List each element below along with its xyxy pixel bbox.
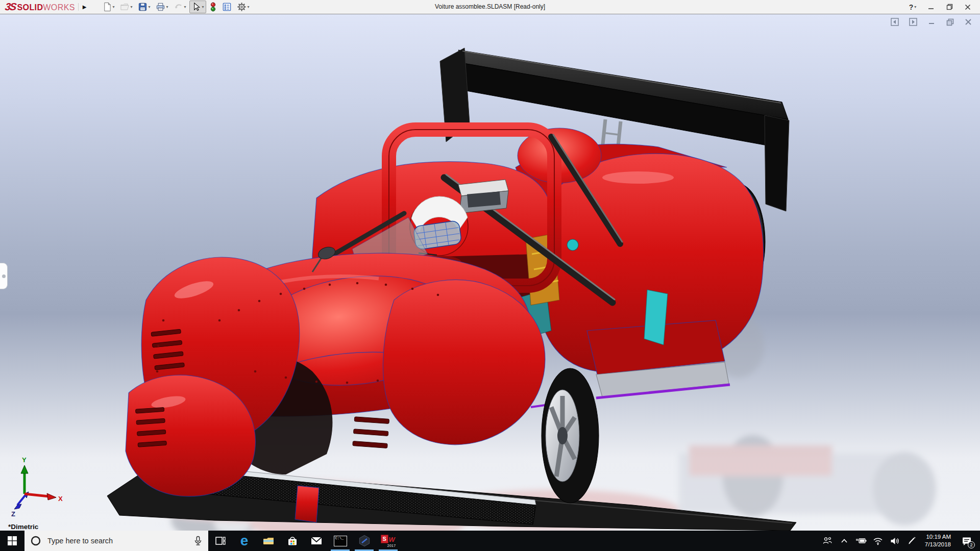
dassault-3s-logo-icon: 3S [4, 1, 16, 13]
menu-flyout-arrow[interactable]: ▶ [78, 3, 91, 11]
solidworks-logo: 3S SOLIDWORKS [0, 1, 78, 13]
search-input[interactable] [46, 536, 188, 545]
print-icon [156, 2, 165, 12]
action-center-button[interactable]: 2 [958, 531, 976, 551]
people-button[interactable] [821, 531, 834, 551]
taskbar-search[interactable] [24, 531, 208, 551]
system-tray: 10:19 AM 7/13/2018 2 [821, 531, 980, 551]
windows-logo-icon [8, 536, 17, 545]
dropdown-caret-icon[interactable]: ▾ [248, 5, 250, 9]
task-view-button[interactable] [208, 531, 232, 551]
options-button[interactable]: ▾ [235, 1, 252, 13]
dropdown-caret-icon[interactable]: ▾ [113, 5, 115, 9]
rebuild-traffic-light-button[interactable] [207, 1, 219, 13]
clock-time: 10:19 AM [925, 533, 951, 541]
edge-icon: e [240, 534, 249, 548]
minimize-icon [928, 4, 934, 10]
command-prompt-icon: C:\_ [334, 536, 347, 546]
front-wheel [542, 368, 599, 503]
doc-minimize-button[interactable] [927, 17, 936, 27]
select-cursor-icon [191, 2, 201, 12]
document-title: Voiture assomblee.SLDASM [Read-only] [435, 0, 545, 14]
close-icon [965, 18, 972, 26]
dropdown-caret-icon[interactable]: ▾ [149, 5, 151, 9]
open-folder-icon [120, 2, 130, 12]
pane-right-button[interactable] [909, 17, 918, 27]
document-window-controls [890, 17, 973, 27]
hidden-icons-button[interactable] [838, 531, 851, 551]
minimize-button[interactable] [922, 0, 940, 14]
volume-button[interactable] [888, 531, 901, 551]
mail-button[interactable] [304, 531, 328, 551]
graphics-area[interactable]: Z Y X [0, 14, 980, 531]
app-window-controls: ? ▾ [903, 0, 977, 14]
pane-left-button[interactable] [890, 17, 899, 27]
display-pane-icon [222, 2, 232, 12]
undo-arrow-icon [174, 2, 183, 12]
solidworks-2017-icon: S W 2017 [381, 534, 396, 547]
doc-restore-button[interactable] [945, 17, 954, 27]
taskbar-clock[interactable]: 10:19 AM 7/13/2018 [922, 533, 954, 548]
people-icon [822, 536, 832, 545]
save-floppy-icon [138, 2, 148, 12]
tab-dot-icon [2, 274, 6, 278]
file-explorer-button[interactable] [256, 531, 280, 551]
logo-text-solid: SOLID [17, 3, 43, 12]
pane-right-icon [909, 18, 917, 26]
minimize-icon [928, 18, 935, 26]
select-tool-button[interactable]: ▾ [189, 1, 206, 13]
triad-x-label: X [58, 495, 63, 503]
undo-button[interactable]: ▾ [172, 1, 188, 13]
pen-button[interactable] [905, 531, 918, 551]
restore-icon [946, 4, 953, 10]
store-button[interactable] [280, 531, 304, 551]
windows-taskbar: e [0, 531, 980, 551]
sw-letter-s: S [381, 535, 388, 543]
dropdown-caret-icon[interactable]: ▾ [202, 5, 204, 9]
network-button[interactable] [871, 531, 885, 551]
store-icon [286, 535, 299, 547]
orientation-triad: Z Y X [11, 456, 63, 518]
dropdown-caret-icon[interactable]: ▾ [166, 5, 168, 9]
close-button[interactable] [959, 0, 977, 14]
command-prompt-button[interactable]: C:\_ [328, 531, 352, 551]
triad-y-label: Y [22, 456, 27, 464]
battery-charging-icon [855, 537, 867, 545]
traffic-light-icon [209, 2, 217, 12]
solidworks-2017-button[interactable]: S W 2017 [376, 531, 400, 551]
save-button[interactable]: ▾ [136, 1, 153, 13]
display-pane-button[interactable] [220, 1, 234, 13]
help-button[interactable]: ? ▾ [903, 0, 922, 14]
hexagon-app-button[interactable] [352, 531, 376, 551]
wifi-icon [873, 537, 883, 545]
battery-button[interactable] [854, 531, 868, 551]
sw-year: 2017 [387, 544, 396, 547]
logo-text-works: WORKS [43, 3, 75, 12]
dropdown-caret-icon[interactable]: ▾ [184, 5, 186, 9]
notification-badge: 2 [968, 541, 975, 548]
triad-z-label: Z [11, 510, 15, 518]
edge-button[interactable]: e [232, 531, 256, 551]
new-document-icon [102, 2, 112, 12]
microphone-icon[interactable] [193, 536, 203, 546]
doc-close-button[interactable] [964, 17, 973, 27]
restore-button[interactable] [940, 0, 959, 14]
3d-scene: Z Y X [0, 14, 980, 531]
dropdown-caret-icon[interactable]: ▾ [131, 5, 133, 9]
close-icon [965, 4, 971, 10]
quick-access-toolbar: ▾ ▾ ▾ [100, 1, 252, 13]
print-button[interactable]: ▾ [154, 1, 170, 13]
taskbar-app-icons: e [208, 531, 400, 551]
solidworks-window: 3S SOLIDWORKS ▶ ▾ ▾ [0, 0, 980, 551]
mail-icon [310, 536, 323, 546]
pane-left-icon [891, 18, 899, 26]
new-document-button[interactable]: ▾ [100, 1, 117, 13]
title-bar: 3S SOLIDWORKS ▶ ▾ ▾ [0, 0, 980, 14]
clock-date: 7/13/2018 [925, 541, 951, 548]
pen-icon [907, 536, 916, 545]
panel-flyout-tab[interactable] [0, 263, 8, 289]
start-button[interactable] [0, 531, 24, 551]
open-button[interactable]: ▾ [118, 1, 135, 13]
hexagon-app-icon [358, 535, 371, 547]
dropdown-caret-icon: ▾ [914, 5, 916, 9]
